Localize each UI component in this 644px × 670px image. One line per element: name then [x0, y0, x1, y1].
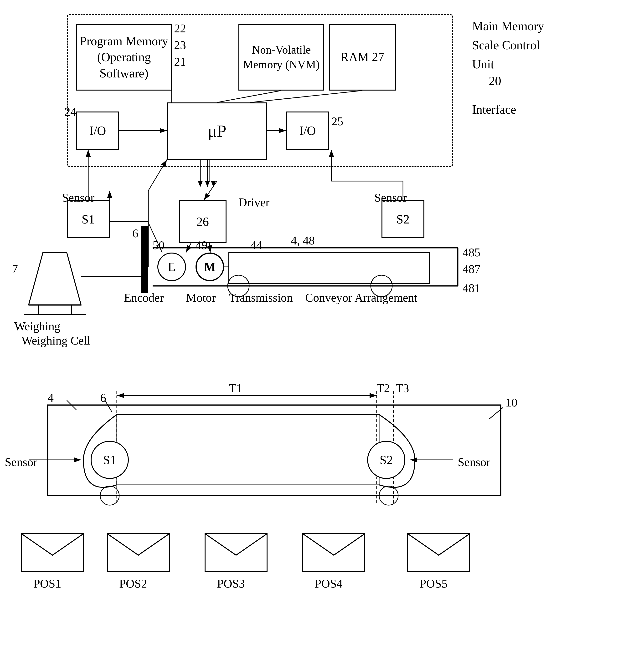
scale-control-label: Scale Control — [472, 38, 540, 52]
conveyor-n481: 481 — [462, 281, 481, 295]
sensor-s2-box: S2 — [381, 200, 424, 238]
sensor-s2-label: S2 — [396, 212, 410, 226]
envelope-pos5 — [405, 524, 472, 573]
svg-point-44 — [379, 486, 398, 505]
nvm-box: Non-Volatile Memory (NVM) — [238, 24, 324, 91]
encoder-desc: Encoder — [124, 291, 164, 305]
io-right-box: I/O — [286, 111, 329, 150]
pos3-label: POS3 — [217, 577, 245, 590]
conveyor-numbers: 4, 48 — [291, 233, 315, 247]
t3-label: T3 — [396, 381, 409, 395]
number-10: 10 — [505, 396, 517, 409]
svg-marker-13 — [211, 181, 216, 187]
bottom-s2-circle: S2 — [367, 441, 405, 479]
bottom-s1-circle: S1 — [91, 441, 129, 479]
svg-rect-42 — [117, 415, 379, 485]
io-right-label: I/O — [299, 124, 316, 138]
bottom-s1-label: S1 — [103, 453, 116, 467]
svg-line-52 — [67, 400, 76, 410]
io-right-number: 25 — [331, 115, 343, 128]
sensor-s1-box: S1 — [67, 200, 110, 238]
diagram-container: Main Memory Scale Control Unit 20 Interf… — [0, 0, 644, 670]
bottom-conveyor-number: 4 — [48, 391, 54, 405]
pos5-label: POS5 — [420, 577, 448, 590]
svg-marker-12 — [205, 181, 210, 187]
bus-number-21: 21 — [174, 55, 186, 69]
motor-desc: Motor — [186, 291, 216, 305]
pos4-label: POS4 — [315, 577, 343, 590]
bar-number-6: 6 — [132, 226, 138, 240]
sensor-s1-label: S1 — [82, 212, 95, 226]
envelope-pos1 — [19, 524, 86, 573]
weighing-number: 7 — [12, 262, 18, 276]
up-box: μP — [167, 103, 267, 160]
weighing-desc-1: Weighing — [14, 319, 60, 333]
svg-line-51 — [489, 407, 503, 419]
svg-rect-54 — [22, 534, 83, 572]
bottom-s2-label: S2 — [380, 453, 393, 467]
bottom-sensor-right-label: Sensor — [458, 455, 490, 469]
encoder-circle: E — [157, 253, 186, 281]
ram-label: RAM 27 — [341, 49, 384, 65]
envelope-pos2 — [105, 524, 172, 573]
encoder-label: E — [168, 260, 175, 274]
prog-mem-label: Program Memory (Operating Software) — [77, 33, 171, 81]
t2-label: T2 — [377, 381, 390, 395]
io-left-box: I/O — [76, 111, 119, 150]
svg-rect-56 — [205, 534, 267, 572]
svg-point-43 — [100, 486, 119, 505]
ram-box: RAM 27 — [329, 24, 396, 91]
envelope-pos4 — [300, 524, 367, 573]
pos2-label: POS2 — [119, 577, 147, 590]
envelope-pos3 — [203, 524, 270, 573]
motor-number: 49 — [196, 238, 208, 252]
transmission-desc: Transmission — [229, 291, 293, 305]
unit-label: Unit — [472, 57, 494, 71]
conveyor-desc: Conveyor Arrangement — [305, 291, 418, 305]
svg-rect-58 — [408, 534, 470, 572]
svg-rect-55 — [107, 534, 169, 572]
conveyor-n485: 485 — [462, 245, 481, 259]
transmission-number: 44 — [250, 238, 262, 252]
prog-mem-number: 22 — [174, 22, 186, 35]
weighing-desc-2: Weighing Cell — [22, 334, 90, 347]
svg-marker-11 — [198, 181, 203, 187]
svg-rect-27 — [229, 253, 429, 283]
interface-label: Interface — [472, 103, 516, 117]
bus-number-23: 23 — [174, 38, 186, 52]
conveyor-n487: 487 — [462, 262, 481, 276]
main-memory-label: Main Memory — [472, 19, 544, 33]
driver-box: 26 — [179, 200, 226, 243]
pos1-label: POS1 — [34, 577, 61, 590]
svg-rect-57 — [303, 534, 365, 572]
sensor-s2-desc: Sensor — [374, 191, 407, 204]
svg-line-14 — [204, 181, 217, 200]
nvm-label: Non-Volatile Memory (NVM) — [239, 42, 323, 72]
prog-mem-box: Program Memory (Operating Software) — [76, 24, 172, 91]
motor-circle: M — [196, 253, 224, 281]
motor-label: M — [204, 260, 215, 274]
bottom-bar-number: 6 — [100, 391, 106, 405]
svg-rect-29 — [141, 226, 148, 293]
t1-label: T1 — [229, 381, 242, 395]
io-left-label: I/O — [89, 124, 106, 138]
driver-label: 26 — [196, 215, 209, 229]
sensor-s1-desc: Sensor — [62, 191, 94, 204]
bottom-sensor-left-label: Sensor — [5, 455, 37, 469]
unit-number: 20 — [489, 74, 501, 88]
svg-marker-30 — [29, 253, 81, 305]
encoder-number: 50 — [153, 238, 165, 252]
driver-desc: Driver — [238, 196, 270, 209]
up-label: μP — [208, 121, 226, 141]
io-left-number: 24 — [64, 105, 76, 119]
